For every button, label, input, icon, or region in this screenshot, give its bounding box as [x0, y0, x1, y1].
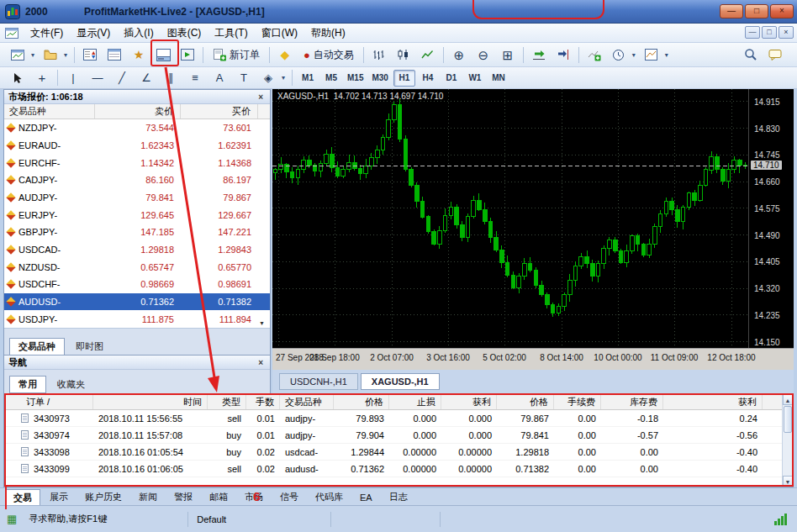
- market-watch-row-cadjpy[interactable]: CADJPY-86.16086.197: [4, 171, 270, 189]
- timeframe-mn-button[interactable]: MN: [488, 70, 509, 87]
- terminal-tab[interactable]: 展示: [42, 489, 76, 505]
- terminal-column-header[interactable]: 类型: [208, 394, 246, 409]
- data-window-button[interactable]: [103, 45, 125, 65]
- line-chart-button[interactable]: [417, 45, 439, 65]
- profile-selector[interactable]: Default: [188, 512, 331, 527]
- navigator-tab[interactable]: 常用: [9, 376, 46, 393]
- text-label-button[interactable]: T: [233, 69, 255, 87]
- terminal-column-header[interactable]: 订单 /: [4, 394, 93, 409]
- autotrading-button[interactable]: ● 自动交易: [298, 45, 359, 65]
- auto-scroll-button[interactable]: [528, 45, 550, 65]
- timeframe-m5-button[interactable]: M5: [320, 70, 342, 87]
- terminal-column-header[interactable]: 价格: [497, 394, 554, 409]
- timeframe-m30-button[interactable]: M30: [368, 70, 391, 87]
- chat-button[interactable]: [764, 45, 786, 65]
- terminal-column-header[interactable]: 获利: [441, 394, 497, 409]
- trade-row-3433099[interactable]: 34330992018.10.16 01:06:05sell0.02audusd…: [4, 461, 793, 477]
- menu-item[interactable]: 插入(I): [117, 24, 160, 43]
- window-maximize-button[interactable]: □: [745, 4, 768, 18]
- profiles-button[interactable]: [40, 45, 61, 65]
- scroll-down-icon[interactable]: ▼: [783, 476, 793, 487]
- bar-chart-button[interactable]: [368, 45, 390, 65]
- terminal-tab[interactable]: 交易: [5, 489, 40, 505]
- channel-button[interactable]: ∥: [160, 69, 182, 87]
- terminal-scrollbar[interactable]: ▲ ▼: [782, 394, 793, 487]
- terminal-tab[interactable]: 警报: [166, 489, 200, 505]
- periods-dropdown-icon[interactable]: ▾: [630, 51, 638, 59]
- tile-windows-button[interactable]: ⊞: [497, 45, 519, 65]
- navigator-tab[interactable]: 收藏夹: [48, 376, 94, 393]
- child-close-button[interactable]: ×: [779, 26, 794, 39]
- market-watch-column-header[interactable]: 买价: [181, 104, 258, 119]
- market-watch-row-gbpjpy[interactable]: GBPJPY-147.185147.221: [4, 224, 270, 241]
- templates-dropdown-icon[interactable]: ▾: [662, 51, 671, 59]
- terminal-column-header[interactable]: 获利: [663, 394, 763, 409]
- search-button[interactable]: [740, 45, 762, 65]
- candlestick-chart-button[interactable]: [393, 45, 414, 65]
- market-watch-row-eurchf[interactable]: EURCHF-1.143421.14368: [4, 154, 270, 171]
- market-watch-row-nzdusd[interactable]: NZDUSD-0.657470.65770: [4, 258, 270, 276]
- navigator-close-icon[interactable]: ×: [256, 358, 266, 367]
- market-watch-row-euraud[interactable]: EURAUD-1.623431.62391: [4, 137, 270, 155]
- menu-item[interactable]: 显示(V): [70, 24, 117, 43]
- terminal-tab[interactable]: 日志: [382, 489, 415, 505]
- trade-row-3430973[interactable]: 34309732018.10.11 15:56:55sell0.01audjpy…: [4, 410, 793, 427]
- time-axis[interactable]: 27 Sep 201828 Sep 18:002 Oct 07:003 Oct …: [272, 348, 794, 370]
- child-restore-button[interactable]: □: [762, 26, 777, 39]
- window-close-button[interactable]: ×: [770, 4, 794, 18]
- market-watch-row-usdchf[interactable]: USDCHF-0.986690.98691: [4, 276, 270, 293]
- trendline-button[interactable]: ╱: [111, 69, 133, 87]
- terminal-column-header[interactable]: 手数: [246, 394, 280, 409]
- terminal-column-header[interactable]: 时间: [93, 394, 208, 409]
- terminal-tab[interactable]: 邮箱: [202, 489, 235, 505]
- terminal-column-header[interactable]: 交易品种: [280, 394, 334, 409]
- profiles-dropdown-icon[interactable]: ▾: [61, 51, 70, 59]
- vertical-line-button[interactable]: |: [62, 69, 84, 87]
- cursor-button[interactable]: [7, 69, 29, 87]
- terminal-tab[interactable]: EA: [352, 489, 380, 505]
- terminal-column-header[interactable]: 手续费: [554, 394, 601, 409]
- scroll-up-icon[interactable]: ▲: [783, 394, 793, 405]
- menu-item[interactable]: 工具(T): [208, 24, 254, 43]
- market-watch-tab[interactable]: 交易品种: [9, 338, 65, 356]
- chart-tab[interactable]: USDCNH-,H1: [279, 373, 358, 390]
- zoom-out-button[interactable]: ⊖: [472, 45, 494, 65]
- market-watch-button[interactable]: [79, 45, 101, 65]
- market-watch-row-usdjpy[interactable]: USDJPY-111.875111.894: [4, 310, 270, 328]
- market-watch-row-audjpy[interactable]: AUDJPY-79.84179.867: [4, 189, 270, 207]
- menu-item[interactable]: 帮助(H): [304, 24, 352, 43]
- menu-item[interactable]: 文件(F): [24, 24, 70, 43]
- candlestick-chart[interactable]: [272, 89, 748, 348]
- new-chart-button[interactable]: [7, 45, 29, 65]
- zoom-in-button[interactable]: ⊕: [448, 45, 470, 65]
- trend-angle-button[interactable]: ∠: [135, 69, 157, 87]
- fibonacci-button[interactable]: ≡: [184, 69, 206, 87]
- trade-row-3433098[interactable]: 34330982018.10.16 01:05:54buy0.02usdcad-…: [4, 444, 793, 461]
- text-button[interactable]: A: [208, 69, 230, 87]
- market-watch-row-audusd[interactable]: AUDUSD-0.713620.71382: [4, 293, 270, 311]
- market-watch-row-eurjpy[interactable]: EURJPY-129.645129.667: [4, 206, 270, 224]
- market-watch-tab[interactable]: 即时图: [66, 338, 113, 356]
- timeframe-w1-button[interactable]: W1: [464, 70, 486, 87]
- periods-button[interactable]: [608, 45, 630, 65]
- timeframe-h1-button[interactable]: H1: [393, 70, 415, 87]
- terminal-button[interactable]: [152, 45, 174, 65]
- new-chart-dropdown-icon[interactable]: ▾: [29, 51, 37, 59]
- horizontal-line-button[interactable]: —: [87, 69, 108, 87]
- terminal-tab[interactable]: 账户历史: [77, 489, 129, 505]
- window-minimize-button[interactable]: —: [720, 4, 743, 18]
- arrows-dropdown-icon[interactable]: ▾: [279, 74, 288, 82]
- metaeditor-button[interactable]: ◆: [274, 45, 296, 65]
- indicators-button[interactable]: [583, 45, 605, 65]
- terminal-tab[interactable]: 信号: [272, 489, 306, 505]
- child-minimize-button[interactable]: —: [745, 26, 760, 39]
- timeframe-h4-button[interactable]: H4: [417, 70, 439, 87]
- templates-button[interactable]: [641, 45, 662, 65]
- chart-shift-button[interactable]: [552, 45, 574, 65]
- timeframe-m15-button[interactable]: M15: [344, 70, 367, 87]
- timeframe-d1-button[interactable]: D1: [441, 70, 462, 87]
- terminal-tab[interactable]: 代码库: [308, 489, 351, 505]
- arrows-button[interactable]: ◈: [257, 69, 279, 87]
- terminal-column-header[interactable]: 价格: [334, 394, 389, 409]
- timeframe-m1-button[interactable]: M1: [297, 70, 319, 87]
